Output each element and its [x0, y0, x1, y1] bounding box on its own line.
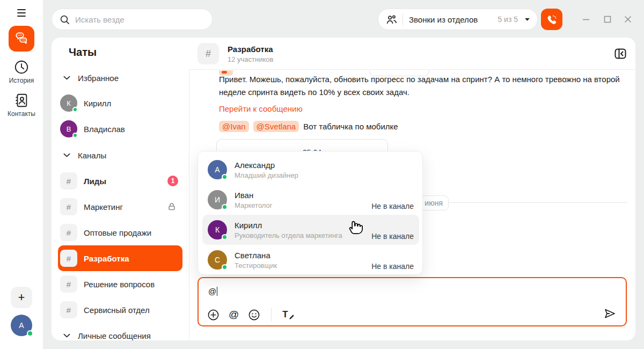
lock-icon: [167, 202, 176, 211]
online-status-dot: [72, 133, 78, 138]
channel-name: Маркетинг: [84, 202, 123, 212]
collapse-panel-icon[interactable]: [614, 47, 627, 60]
hash-icon: #: [60, 301, 77, 318]
not-in-channel-note: Не в канале: [371, 262, 414, 271]
hash-icon: #: [60, 224, 77, 241]
online-status-dot: [72, 107, 78, 112]
add-workspace-button[interactable]: +: [11, 287, 32, 308]
hash-icon: #: [60, 275, 77, 293]
phone-ringing-icon: [546, 13, 558, 26]
channel-name: Оптовые продажи: [84, 228, 151, 237]
person-name: Иван: [235, 191, 273, 200]
channel-marketing[interactable]: # Маркетинг: [58, 194, 182, 220]
channel-hash-icon: #: [197, 43, 219, 64]
window-maximize-button[interactable]: [602, 14, 613, 25]
channel-razrabotka-selected[interactable]: # Разработка: [58, 245, 182, 271]
hash-icon: #: [60, 198, 77, 215]
nav-history[interactable]: История: [0, 59, 43, 84]
channel-name: Сервисный отдел: [84, 306, 150, 315]
message-with-mentions: @Ivan @Svetlana Вот табличка по мобилке: [219, 121, 398, 132]
section-direct-messages[interactable]: Личные сообщения: [58, 327, 182, 340]
mention-at-icon[interactable]: @: [229, 309, 239, 321]
chevron-down-icon: [63, 76, 70, 80]
sidebar-item-vladislav[interactable]: В Владислав: [58, 116, 182, 142]
message-composer[interactable]: @ @ T: [197, 277, 627, 326]
nav-contacts[interactable]: Контакты: [0, 92, 43, 118]
calls-count: 5 из 5: [497, 15, 518, 24]
section-channels[interactable]: Каналы: [58, 147, 182, 164]
search-icon: [60, 14, 70, 25]
chevron-down-icon: [524, 18, 530, 21]
calls-label: Звонки из отделов: [409, 15, 478, 24]
mention-option-kirill-highlighted[interactable]: К Кирилл Руководитель отдела маркетинга …: [202, 215, 419, 245]
person-role: Тестировщик: [235, 261, 277, 270]
user-initial: A: [19, 321, 24, 330]
chat-members-count[interactable]: 12 участников: [228, 55, 273, 63]
hash-icon: #: [60, 250, 77, 267]
message-text: Вот табличка по мобилке: [303, 122, 398, 131]
mention-option-ivan[interactable]: И Иван Маркетолог Не в канале: [202, 185, 419, 215]
sidebar-item-kirill[interactable]: К Кирилл: [58, 90, 182, 116]
contacts-label: Контакты: [0, 110, 43, 118]
person-name: Александр: [235, 161, 298, 170]
not-in-channel-note: Не в канале: [371, 232, 414, 241]
not-in-channel-note: Не в канале: [371, 202, 414, 210]
section-favorites[interactable]: Избранное: [58, 69, 182, 86]
group-call-icon: [385, 13, 398, 26]
text-caret: [217, 287, 217, 296]
start-call-button[interactable]: [541, 9, 562, 30]
channel-servisnyj-otdel[interactable]: # Сервисный отдел: [58, 297, 182, 323]
emoji-icon[interactable]: [248, 309, 260, 321]
online-status-dot: [222, 174, 228, 180]
jump-to-message-link[interactable]: Перейти к сообщению: [219, 104, 303, 113]
chat-header: # Разработка 12 участников: [189, 38, 635, 70]
attach-plus-icon[interactable]: [207, 309, 219, 321]
channel-name: Разработка: [84, 254, 129, 263]
search-input[interactable]: [75, 15, 193, 24]
person-role: Младший дизайнер: [235, 171, 298, 179]
online-status-dot: [222, 264, 228, 270]
chat-name: Кирилл: [84, 99, 111, 108]
avatar: С: [208, 250, 227, 270]
send-message-icon[interactable]: [603, 307, 616, 320]
mention-pill[interactable]: @Ivan: [219, 121, 249, 132]
text-format-icon[interactable]: T: [282, 309, 294, 320]
contacts-icon: [0, 92, 43, 108]
window-minimize-button[interactable]: [581, 14, 591, 25]
divider: [402, 13, 403, 25]
chat-title: Разработка: [228, 45, 273, 54]
date-divider-line: [449, 202, 627, 203]
person-name: Кирилл: [235, 221, 342, 230]
channels-label: Каналы: [78, 151, 106, 160]
plus-icon: +: [18, 290, 25, 304]
main-panel: Чаты Избранное К Кирилл В Владислав Кана…: [52, 38, 635, 340]
online-status-dot: [222, 204, 228, 210]
avatar: К: [60, 94, 77, 112]
person-role: Руководитель отдела маркетинга: [235, 231, 342, 239]
app-logo-chats-icon[interactable]: [9, 26, 34, 52]
avatar: А: [208, 160, 227, 179]
mention-option-aleksandr[interactable]: А Александр Младший дизайнер: [202, 155, 419, 185]
global-search[interactable]: [52, 9, 213, 30]
channel-optovye-prodazhi[interactable]: # Оптовые продажи: [58, 220, 182, 245]
channel-name: Лиды: [84, 177, 106, 186]
mention-option-svetlana[interactable]: С Светлана Тестировщик Не в канале: [202, 245, 419, 275]
person-name: Светлана: [235, 251, 277, 260]
channel-reshenie-voprosov[interactable]: # Решение вопросов: [58, 271, 182, 297]
menu-icon[interactable]: [15, 7, 28, 19]
message-text: Привет. Можешь, пожалуйста, обновить про…: [219, 73, 630, 99]
chevron-down-icon: [63, 153, 70, 157]
left-rail: История Контакты + A: [0, 0, 43, 349]
user-avatar[interactable]: A: [11, 315, 32, 336]
window-close-button[interactable]: [623, 14, 633, 25]
divider: [271, 308, 272, 322]
channel-lidy[interactable]: # Лиды 1: [58, 168, 182, 194]
calls-dropdown[interactable]: Звонки из отделов 5 из 5: [378, 9, 538, 30]
mention-pill[interactable]: @Svetlana: [253, 121, 299, 132]
sidebar-title: Чаты: [69, 46, 97, 59]
person-role: Маркетолог: [235, 201, 273, 209]
unread-badge: 1: [167, 176, 178, 186]
online-status-dot: [222, 234, 228, 240]
chat-name: Владислав: [84, 125, 125, 134]
composer-text[interactable]: @: [208, 287, 216, 296]
